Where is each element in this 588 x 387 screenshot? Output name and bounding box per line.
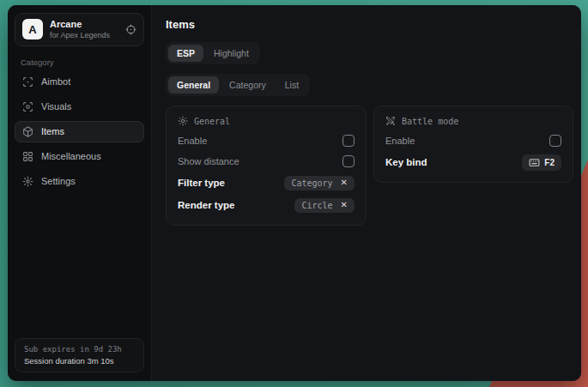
session-duration-text: Session duration 3m 10s bbox=[24, 356, 135, 366]
sidebar-section-label: Category bbox=[21, 57, 138, 67]
tab-list[interactable]: List bbox=[276, 76, 307, 94]
tab-highlight[interactable]: Highlight bbox=[205, 45, 258, 62]
tab-label: General bbox=[177, 80, 210, 90]
app-window: A Arcane for Apex Legends Category Aimbo… bbox=[8, 5, 581, 381]
keybind-button[interactable]: F2 bbox=[522, 154, 561, 171]
keyboard-icon bbox=[529, 157, 540, 168]
panel-rows: Enable Key bind F2 bbox=[385, 130, 561, 173]
sidebar-item-label: Visuals bbox=[41, 101, 71, 112]
scan-icon bbox=[22, 76, 33, 88]
setting-row-enable: Enable bbox=[385, 130, 561, 151]
tab-label: List bbox=[285, 80, 299, 90]
setting-row-show-distance: Show distance bbox=[178, 151, 355, 172]
tab-category[interactable]: Category bbox=[221, 76, 275, 94]
sidebar-item-label: Miscellaneous bbox=[41, 151, 101, 161]
panel-title: General bbox=[194, 117, 230, 126]
keybind-value: F2 bbox=[544, 158, 555, 167]
package-icon bbox=[22, 126, 33, 137]
crosshair-icon[interactable] bbox=[125, 24, 136, 35]
sidebar-item-label: Aimbot bbox=[41, 76, 70, 87]
select-value: Category bbox=[291, 178, 332, 188]
mode-tabs: ESPHighlight bbox=[166, 42, 260, 64]
sun-icon bbox=[178, 116, 188, 126]
sidebar: A Arcane for Apex Legends Category Aimbo… bbox=[8, 5, 152, 381]
tab-label: Highlight bbox=[214, 48, 249, 58]
brand-logo: A bbox=[22, 19, 43, 39]
setting-row-render-type: Render type Circle✕ bbox=[178, 194, 355, 216]
clear-icon[interactable]: ✕ bbox=[341, 178, 348, 187]
gear-icon bbox=[22, 176, 33, 187]
sidebar-item-items[interactable]: Items bbox=[15, 121, 144, 142]
panel-title: Battle mode bbox=[402, 117, 458, 126]
setting-label: Show distance bbox=[178, 156, 239, 166]
tab-esp[interactable]: ESP bbox=[168, 45, 203, 62]
setting-row-filter-type: Filter type Category✕ bbox=[178, 172, 355, 194]
setting-label: Filter type bbox=[178, 178, 225, 188]
session-info-card: Sub expires in 9d 23h Session duration 3… bbox=[15, 338, 144, 372]
select-value: Circle bbox=[301, 201, 332, 210]
sub-tabs: GeneralCategoryList bbox=[166, 74, 310, 96]
sidebar-item-label: Items bbox=[41, 126, 64, 136]
sidebar-nav: AimbotVisualsItemsMiscellaneousSettings bbox=[15, 71, 144, 192]
eye-icon bbox=[22, 101, 33, 112]
setting-row-enable: Enable bbox=[178, 130, 355, 151]
panels-row: General Enable Show distance Filter type… bbox=[166, 106, 573, 226]
sub-expiry-text: Sub expires in 9d 23h bbox=[24, 345, 135, 354]
sidebar-item-miscellaneous[interactable]: Miscellaneous bbox=[15, 146, 144, 167]
checkbox-enable[interactable] bbox=[342, 135, 355, 147]
brand-card: A Arcane for Apex Legends bbox=[15, 13, 144, 46]
render-type-select[interactable]: Circle✕ bbox=[294, 198, 355, 213]
setting-label: Enable bbox=[178, 136, 207, 146]
panel-header: Battle mode bbox=[385, 116, 561, 126]
grid-icon bbox=[22, 151, 33, 162]
sidebar-item-settings[interactable]: Settings bbox=[15, 171, 144, 192]
panel-general: General Enable Show distance Filter type… bbox=[166, 106, 367, 226]
filter-type-select[interactable]: Category✕ bbox=[284, 176, 355, 190]
tab-label: Category bbox=[229, 80, 266, 90]
checkbox-enable[interactable] bbox=[549, 135, 561, 147]
brand-name: Arcane bbox=[50, 19, 110, 30]
tab-label: ESP bbox=[177, 48, 195, 58]
setting-label: Render type bbox=[178, 200, 234, 210]
setting-label: Enable bbox=[385, 136, 415, 146]
clear-icon[interactable]: ✕ bbox=[341, 201, 348, 209]
setting-label: Key bind bbox=[385, 157, 427, 167]
setting-row-key-bind: Key bind F2 bbox=[385, 151, 561, 173]
brand-subtitle: for Apex Legends bbox=[50, 31, 110, 40]
swords-icon bbox=[385, 116, 396, 126]
main-content: Items ESPHighlight GeneralCategoryList G… bbox=[152, 5, 581, 381]
panel-battle-mode: Battle mode Enable Key bind F2 bbox=[373, 106, 573, 183]
panel-rows: Enable Show distance Filter type Categor… bbox=[178, 130, 355, 216]
checkbox-show-distance[interactable] bbox=[342, 155, 355, 167]
page-title: Items bbox=[166, 18, 573, 31]
sidebar-item-aimbot[interactable]: Aimbot bbox=[15, 71, 144, 93]
panel-header: General bbox=[178, 116, 355, 126]
sidebar-item-label: Settings bbox=[41, 176, 76, 186]
sidebar-item-visuals[interactable]: Visuals bbox=[15, 96, 144, 118]
tab-general[interactable]: General bbox=[168, 76, 219, 94]
